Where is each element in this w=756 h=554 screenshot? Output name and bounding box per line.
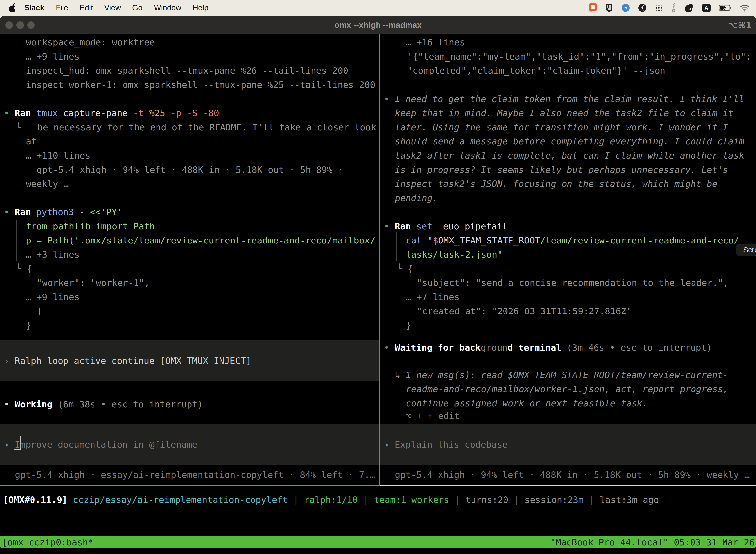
blue-badge-icon[interactable] bbox=[621, 3, 630, 12]
terminal-line: … +3 lines bbox=[26, 247, 80, 262]
terminal-line: workspace_mode: worktree bbox=[26, 35, 155, 49]
terminal-line: • Waiting for background terminal (3m 46… bbox=[384, 340, 712, 355]
window-titlebar[interactable]: omx --xhigh --madmax ⌥⌘1 bbox=[0, 16, 756, 34]
menu-item-edit[interactable]: Edit bbox=[80, 3, 93, 12]
terminal-line: } bbox=[406, 318, 411, 332]
menu-bar: SlackFileEditViewGoWindowHelp ..61A bbox=[0, 0, 756, 16]
tmux-status-bar: [omx-cczip0:bash* "MacBook-Pro-44.local"… bbox=[0, 536, 756, 548]
terminal-line: tasks/task-2.json" bbox=[406, 247, 503, 262]
terminal-line: • Ran tmux capture-pane -t %25 -p -S -80 bbox=[4, 106, 219, 120]
output-guide-line bbox=[16, 220, 17, 261]
terminal-line: › Explain this codebase bbox=[384, 437, 508, 451]
dots-grid-icon[interactable] bbox=[655, 4, 663, 12]
terminal-line: task2 after task1 is complete, but can I… bbox=[395, 149, 744, 163]
terminal-line: … +9 lines bbox=[26, 49, 80, 63]
terminal-line: … +9 lines bbox=[26, 290, 80, 304]
terminal-line: } bbox=[26, 318, 31, 332]
screen-tooltip-label: Scre bbox=[743, 246, 756, 254]
menu-item-slack[interactable]: Slack bbox=[24, 3, 44, 12]
svg-text:..61: ..61 bbox=[686, 7, 691, 11]
menu-bar-left: SlackFileEditViewGoWindowHelp bbox=[0, 2, 220, 13]
vpn-badge-icon[interactable]: ..61 bbox=[685, 3, 694, 13]
screen: SlackFileEditViewGoWindowHelp ..61A omx … bbox=[0, 0, 756, 554]
menu-item-view[interactable]: View bbox=[104, 3, 121, 12]
terminal-line: should send a message before completing … bbox=[395, 134, 744, 149]
terminal-line: … +110 lines bbox=[26, 149, 90, 163]
terminal-line: later. Using the same for transition mig… bbox=[395, 120, 728, 134]
terminal-line: readme-and-reco/mailbox/worker-1.json, a… bbox=[406, 382, 728, 396]
pane-border-left bbox=[0, 486, 380, 487]
terminal-line: weekly … bbox=[26, 177, 69, 191]
terminal-line: • Ran set -euo pipefail bbox=[384, 219, 508, 233]
terminal-line: inspect_worker-1: omx sparkshell --tmux-… bbox=[26, 78, 375, 92]
terminal-line: ] bbox=[37, 304, 42, 318]
window-title: omx --xhigh --madmax bbox=[0, 16, 756, 34]
terminal-line: └ { bbox=[16, 262, 32, 276]
terminal-line: • I need to get the claim token from the… bbox=[384, 92, 744, 106]
terminal-line: └ { bbox=[397, 262, 413, 276]
wifi-icon[interactable] bbox=[740, 4, 750, 12]
terminal-line: at bbox=[26, 134, 37, 149]
menu-item-file[interactable]: File bbox=[56, 3, 68, 12]
terminal-line: "created_at": "2026-03-31T11:59:27.816Z" bbox=[417, 304, 632, 318]
chat-app-icon[interactable] bbox=[588, 3, 597, 13]
terminal-line: continue assigned work or next feasible … bbox=[406, 396, 648, 410]
omx-status-line: [OMX#0.11.9] cczip/essay/ai-reimplementa… bbox=[3, 493, 659, 507]
output-guide-line bbox=[396, 232, 397, 261]
window-shortcut-badge: ⌥⌘1 bbox=[728, 16, 752, 34]
tmux-host-clock-label: "MacBook-Pro-44.local" 05:03 31-Mar-26 bbox=[550, 537, 756, 547]
terminal-line: is in progress? It seems likely but perh… bbox=[395, 163, 728, 177]
terminal-line: inspect task2's JSON, focusing on the st… bbox=[395, 177, 717, 191]
terminal-line: cat "$OMX_TEAM_STATE_ROOT/team/review-cu… bbox=[406, 233, 739, 247]
a-app-icon[interactable]: A bbox=[702, 3, 711, 12]
menu-item-window[interactable]: Window bbox=[154, 3, 181, 12]
terminal-line: '{"team_name":"my-team","task_id":"1","f… bbox=[407, 49, 751, 63]
menu-item-help[interactable]: Help bbox=[193, 3, 208, 12]
terminal-line: • Working (6m 38s • esc to interrupt) bbox=[4, 397, 203, 411]
terminal-line: • Ran python3 - <<'PY' bbox=[4, 205, 122, 219]
pane-divider[interactable] bbox=[379, 34, 380, 487]
terminal-line: "worker": "worker-1", bbox=[37, 276, 149, 290]
terminal-line: inspect_hud: omx sparkshell --tmux-pane … bbox=[26, 63, 348, 78]
terminal-line: › Ralph loop active continue [OMX_TMUX_I… bbox=[4, 354, 251, 368]
squiggle-icon[interactable] bbox=[671, 3, 677, 13]
terminal-line: └ be necessary for the end of the README… bbox=[16, 120, 376, 134]
svg-text:A: A bbox=[704, 5, 708, 11]
terminal-line: p = Path('.omx/state/team/review-current… bbox=[26, 233, 375, 247]
terminal-line: ↳ 1 new msg(s): read $OMX_TEAM_STATE_ROO… bbox=[395, 368, 728, 382]
menu-item-go[interactable]: Go bbox=[132, 3, 142, 12]
screen-tooltip: Scre bbox=[736, 244, 756, 256]
shield-grid-icon[interactable] bbox=[605, 3, 613, 12]
terminal-line: … +16 lines bbox=[406, 35, 465, 49]
terminal-line: gpt-5.4 xhigh · 94% left · 488K in · 5.1… bbox=[37, 163, 343, 177]
terminal-line: gpt-5.4 xhigh · 94% left · 488K in · 5.1… bbox=[395, 467, 750, 482]
terminal-line: "completed","claim_token":"claim-token"}… bbox=[407, 63, 665, 78]
pane-border-right bbox=[380, 486, 756, 487]
terminal-line: pending. bbox=[395, 191, 438, 205]
terminal-line: ⌥ + ↑ edit bbox=[406, 409, 460, 423]
terminal-line: keep that in mind. Maybe I also need the… bbox=[395, 106, 734, 120]
apple-menu-icon[interactable] bbox=[7, 2, 17, 13]
battery-icon[interactable] bbox=[719, 4, 732, 11]
dark-circle-play-icon[interactable] bbox=[638, 3, 647, 12]
terminal-line: › Improve documentation in @filename bbox=[4, 437, 197, 451]
tmux-session-label: [omx-cczip0:bash* bbox=[0, 537, 93, 547]
terminal-line: gpt-5.4 xhigh · essay/ai-reimplementatio… bbox=[15, 467, 375, 482]
menu-bar-status-icons: ..61A bbox=[588, 3, 756, 13]
terminal: workspace_mode: worktree… +9 linesinspec… bbox=[0, 34, 756, 487]
terminal-line: "subject": "send a concise recommendatio… bbox=[417, 276, 729, 290]
terminal-line: from pathlib import Path bbox=[26, 219, 155, 233]
terminal-line: … +7 lines bbox=[406, 290, 460, 304]
